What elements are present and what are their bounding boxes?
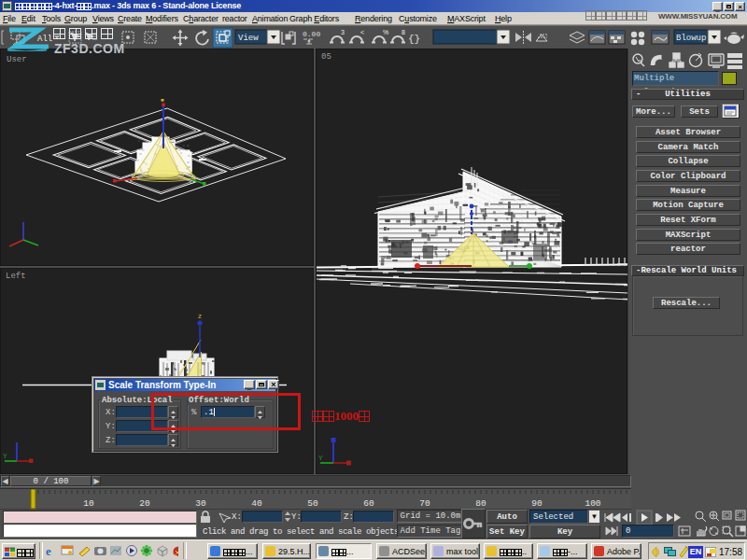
svg-text:30: 30 — [195, 498, 206, 509]
svg-text:e: e — [46, 544, 51, 558]
svg-text:8: 8 — [402, 29, 405, 35]
svg-text:z: z — [198, 312, 202, 320]
svg-text:70: 70 — [419, 498, 430, 509]
svg-text:0.00: 0.00 — [303, 30, 320, 38]
svg-text:View: View — [238, 34, 259, 43]
svg-text:60: 60 — [363, 498, 374, 509]
svg-text:<: < — [360, 29, 364, 35]
svg-text:10: 10 — [83, 498, 94, 509]
svg-text:20: 20 — [139, 498, 150, 509]
svg-text:90: 90 — [531, 498, 543, 509]
svg-text:100: 100 — [585, 498, 600, 509]
svg-text:3: 3 — [341, 29, 345, 35]
svg-text:50: 50 — [307, 498, 318, 509]
svg-text:Blowup: Blowup — [676, 34, 706, 43]
svg-text:{}: {} — [408, 34, 420, 45]
svg-text:All: All — [37, 35, 52, 44]
svg-text:%: % — [383, 29, 388, 35]
svg-text:80: 80 — [475, 498, 486, 509]
svg-text:40: 40 — [251, 498, 262, 509]
svg-text:Y: Y — [318, 455, 323, 461]
svg-text:Y: Y — [3, 453, 7, 459]
